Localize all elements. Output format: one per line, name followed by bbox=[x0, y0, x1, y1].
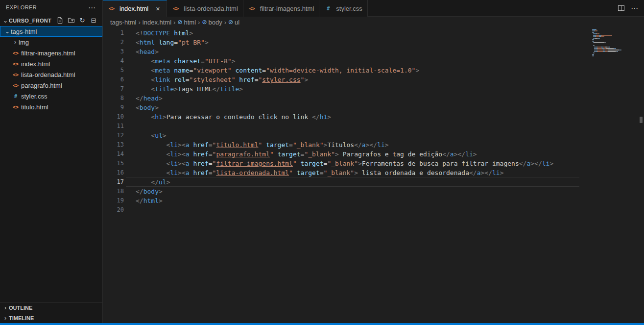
tab-index.html[interactable]: <>index.html× bbox=[103, 0, 167, 17]
breadcrumb-label: body bbox=[208, 19, 222, 26]
code-token: html bbox=[140, 39, 155, 46]
tree-item-index.html[interactable]: <>index.html bbox=[0, 58, 102, 69]
new-file-icon[interactable] bbox=[56, 17, 64, 25]
tree-item-titulo.html[interactable]: <>titulo.html bbox=[0, 101, 102, 112]
line-number-3[interactable]: 3 bbox=[103, 47, 124, 56]
code-line-20[interactable] bbox=[136, 205, 590, 215]
code-line-14[interactable]: <li><a href="paragrafo.html" target="_bl… bbox=[136, 150, 590, 159]
code-line-4[interactable]: <meta charset="UTF-8"> bbox=[136, 56, 590, 66]
code-line-16[interactable]: <li><a href="lista-ordenada.html" target… bbox=[136, 168, 590, 177]
line-number-6[interactable]: 6 bbox=[103, 75, 124, 84]
tab-styler.css[interactable]: #styler.css bbox=[319, 0, 367, 17]
code-line-10[interactable]: <h1>Para acessar o conteudo click no lin… bbox=[136, 112, 590, 122]
tree-item-tags-html[interactable]: ⌄tags-html bbox=[0, 26, 102, 37]
code-token: < bbox=[136, 85, 155, 93]
code-token: > bbox=[304, 76, 308, 83]
breadcrumb-item-index.html[interactable]: index.html bbox=[143, 19, 171, 26]
line-number-9[interactable]: 9 bbox=[103, 103, 124, 112]
line-number-5[interactable]: 5 bbox=[103, 66, 124, 75]
code-line-15[interactable]: <li><a href="filtrar-imagens.html" targe… bbox=[136, 159, 590, 168]
line-number-14[interactable]: 14 bbox=[103, 150, 124, 159]
code-token: meta bbox=[155, 57, 170, 65]
line-number-11[interactable]: 11 bbox=[103, 122, 124, 131]
line-number-2[interactable]: 2 bbox=[103, 38, 124, 47]
breadcrumb-item-body[interactable]: ⊘body bbox=[202, 19, 222, 26]
code-token: > bbox=[159, 95, 163, 102]
tree-item-label: titulo.html bbox=[21, 103, 48, 111]
code-line-18[interactable]: </body> bbox=[136, 187, 590, 196]
code-token: = bbox=[201, 57, 205, 65]
line-number-20[interactable]: 20 bbox=[103, 205, 124, 215]
code-token: > bbox=[358, 160, 362, 167]
new-folder-icon[interactable] bbox=[67, 17, 75, 25]
html-file-icon: <> bbox=[12, 50, 20, 56]
code-line-17[interactable]: </ul> bbox=[136, 177, 590, 187]
line-number-16[interactable]: 16 bbox=[103, 168, 124, 177]
refresh-explorer-icon[interactable]: ↻ bbox=[78, 17, 86, 25]
tree-item-filtrar-imagens.html[interactable]: <>filtrar-imagens.html bbox=[0, 48, 102, 58]
code-line-7[interactable]: <title>Tags HTML</title> bbox=[136, 84, 590, 94]
breadcrumb-item-html[interactable]: ⊘html bbox=[177, 19, 196, 26]
minimap-line bbox=[592, 38, 637, 39]
tab-label: styler.css bbox=[336, 5, 362, 12]
line-number-8[interactable]: 8 bbox=[103, 94, 124, 103]
project-section-header[interactable]: ⌄ CURSO_FRONT ↻ ⊟ bbox=[0, 15, 102, 26]
line-number-7[interactable]: 7 bbox=[103, 84, 124, 94]
line-number-10[interactable]: 10 bbox=[103, 112, 124, 122]
line-number-12[interactable]: 12 bbox=[103, 131, 124, 140]
code-line-1[interactable]: <!DOCTYPE html> bbox=[136, 28, 590, 38]
code-line-9[interactable]: <body> bbox=[136, 103, 590, 112]
split-editor-icon[interactable] bbox=[617, 4, 625, 12]
code-line-2[interactable]: <html lang="pt BR"> bbox=[136, 38, 590, 47]
code-line-19[interactable]: </html> bbox=[136, 196, 590, 205]
code-area[interactable]: <!DOCTYPE html><html lang="pt BR"><head>… bbox=[124, 28, 590, 215]
breadcrumb-item-tags-html[interactable]: tags-html bbox=[110, 19, 136, 26]
code-line-11[interactable] bbox=[136, 122, 590, 131]
collapse-folders-icon[interactable]: ⊟ bbox=[90, 17, 97, 25]
tab-lista-ordenada.html[interactable]: <>lista-ordenada.html bbox=[167, 0, 243, 17]
minimap[interactable] bbox=[592, 29, 637, 58]
editor-more-actions-icon[interactable]: ⋯ bbox=[631, 4, 638, 12]
tree-item-img[interactable]: ›img bbox=[0, 37, 102, 48]
code-line-8[interactable]: </head> bbox=[136, 94, 590, 103]
minimap-line bbox=[592, 44, 637, 45]
tree-item-label: index.html bbox=[21, 60, 50, 68]
code-line-5[interactable]: <meta name="viewport" content="width=dev… bbox=[136, 66, 590, 75]
sidebar-bottom-panels: › OUTLINE › TIMELINE bbox=[0, 302, 102, 323]
outline-section-header[interactable]: › OUTLINE bbox=[0, 302, 102, 313]
tree-item-lista-ordenada.html[interactable]: <>lista-ordenada.html bbox=[0, 69, 102, 80]
tree-item-styler.css[interactable]: #styler.css bbox=[0, 91, 102, 101]
line-number-13[interactable]: 13 bbox=[103, 140, 124, 150]
line-number-1[interactable]: 1 bbox=[103, 28, 124, 38]
code-line-13[interactable]: <li><a href="titulo.html" target="_blank… bbox=[136, 140, 590, 150]
code-line-6[interactable]: <link rel="stylesheet" href="styler.css"… bbox=[136, 75, 590, 84]
code-token: name bbox=[174, 67, 189, 74]
editor-pane[interactable]: 1234567891011121314151617181920 <!DOCTYP… bbox=[103, 27, 644, 323]
code-line-12[interactable]: <ul> bbox=[136, 131, 590, 140]
tree-item-paragrafo.html[interactable]: <>paragrafo.html bbox=[0, 80, 102, 91]
code-token: = bbox=[174, 39, 178, 46]
code-line-3[interactable]: <head> bbox=[136, 47, 590, 56]
line-number-19[interactable]: 19 bbox=[103, 196, 124, 205]
minimap-line bbox=[592, 54, 637, 55]
timeline-section-header[interactable]: › TIMELINE bbox=[0, 313, 102, 323]
code-token: DOCTYPE bbox=[143, 29, 170, 37]
code-token: "UTF-8" bbox=[205, 57, 232, 65]
line-number-18[interactable]: 18 bbox=[103, 187, 124, 196]
tab-label: filtrar-imagens.html bbox=[260, 5, 314, 12]
code-token: body bbox=[143, 188, 159, 195]
tree-item-label: img bbox=[19, 39, 29, 46]
line-number-15[interactable]: 15 bbox=[103, 159, 124, 168]
more-actions-icon[interactable]: ⋯ bbox=[88, 4, 95, 11]
code-token: < bbox=[136, 67, 155, 74]
tab-filtrar-imagens.html[interactable]: <>filtrar-imagens.html bbox=[243, 0, 320, 17]
close-icon[interactable]: × bbox=[154, 5, 162, 13]
line-number-17[interactable]: 17 bbox=[103, 177, 124, 187]
status-bar[interactable] bbox=[0, 323, 644, 325]
chevron-right-icon: › bbox=[2, 315, 9, 322]
code-token: target bbox=[297, 169, 320, 176]
minimap-line bbox=[592, 39, 637, 40]
breadcrumb-item-ul[interactable]: ⊘ul bbox=[228, 19, 239, 26]
line-number-4[interactable]: 4 bbox=[103, 56, 124, 66]
code-token: a bbox=[186, 169, 190, 176]
